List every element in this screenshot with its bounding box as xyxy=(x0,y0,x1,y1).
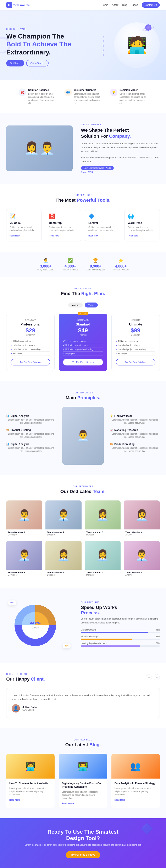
nav-links: Home About Blog Pages Contact Us xyxy=(102,2,160,8)
feature-icon-2: 💡 xyxy=(110,89,117,96)
blog-readmore-2[interactable]: Read More + xyxy=(114,799,127,801)
blog-img-0: 👩‍💻 xyxy=(6,754,55,779)
team-card-0: 👨‍💼 Team Member 1 Developer xyxy=(6,500,42,537)
plan-features-0: 1TB of secure storage Unlimited project … xyxy=(10,339,50,356)
principle-title-left-0: 📊 Digital Analysis xyxy=(6,414,56,417)
hero-get-in-touch-button[interactable]: Get In Touch ! xyxy=(26,60,49,66)
stat-num-2: 8,900+ xyxy=(86,264,105,269)
team-card-5: 👩‍💼 Team Member 6 Designer xyxy=(46,540,82,578)
team-role-6: Manager xyxy=(86,574,119,576)
principles-layout: 📊 Digital Analysis Lorem ipsum dolor sit… xyxy=(6,407,160,465)
plan-badge-1: Popular xyxy=(78,312,88,315)
tool-readmore-2[interactable]: Read Now xyxy=(88,235,99,237)
team-info-4: Team Member 5 Developer xyxy=(6,569,42,578)
blog-desc-0: Lorem ipsum dolor sit amet consectetur a… xyxy=(9,787,52,796)
principle-left-2: 📊 Digital Analysis Lorem ipsum dolor sit… xyxy=(6,443,56,453)
stat-icon-2: 🏆 xyxy=(86,258,105,263)
plan-price-2: $99 xyxy=(116,327,156,334)
feature-text-2: Decision Maker Lorem ipsum dolor sit ame… xyxy=(119,89,147,105)
principles-image: 👨‍💼 xyxy=(62,407,104,465)
speedup-chart-svg: 44.8% Growth xyxy=(6,598,64,652)
plan-price-1: $49 xyxy=(63,327,103,334)
team-img-6: 👩‍💼 xyxy=(85,540,121,569)
progress-label-1: Production Design 65% xyxy=(81,636,160,638)
team-name-0: Team Member 1 xyxy=(8,531,41,534)
feature-desc-2: Lorem ipsum dolor sit amet consectetur a… xyxy=(119,92,147,105)
team-title: Our Dedicated Team. xyxy=(6,489,160,494)
nav-pages[interactable]: Pages xyxy=(131,3,138,6)
feature-text-0: Solution Focused Lorem ipsum dolor sit a… xyxy=(28,89,56,105)
team-card-6: 👩‍💼 Team Member 7 Manager xyxy=(85,540,121,578)
stat-label-1: Tasks Completed xyxy=(62,269,78,271)
stat-label-0: Daily Active Users xyxy=(37,269,54,271)
stat-label-3: Positive Reviews xyxy=(113,269,129,271)
stats-row: 👨‍💼 3,000+ Daily Active Users ✅ 4,000+ T… xyxy=(0,252,166,277)
tool-readmore-0[interactable]: Read Now xyxy=(9,235,20,237)
testimonial-prev-button[interactable]: ← xyxy=(146,674,152,680)
plan-btn-1[interactable]: Try For Free 14 days xyxy=(63,359,103,366)
team-grid: 👨‍💼 Team Member 1 Developer 👨‍💼 Team Mem… xyxy=(6,500,160,578)
tool-name-2: Laravel xyxy=(88,221,117,224)
about-label: BEST SOFTWARE xyxy=(81,123,160,126)
progress-fill-0 xyxy=(81,632,148,633)
blog-title-0: How To Create A Perfect Website. xyxy=(9,782,52,785)
testimonials-title: Our Happy Client. xyxy=(6,677,45,682)
progress-fill-2 xyxy=(81,645,140,647)
tool-readmore-1[interactable]: Read Now xyxy=(49,235,59,237)
tool-name-1: Bootstrap xyxy=(49,221,78,224)
plan-btn-0[interactable]: Try For Free 14 days xyxy=(10,359,50,366)
plan-feature-2-0: 1TB of secure storage xyxy=(116,339,156,343)
team-card-2: 👩‍💼 Team Member 3 Manager xyxy=(85,500,121,537)
about-image: 👩‍💼👨‍💼 xyxy=(6,125,73,171)
nav-home[interactable]: Home xyxy=(102,3,108,6)
team-name-2: Team Member 3 xyxy=(86,531,119,534)
tool-desc-2: Cutting experiences and combined complex… xyxy=(88,226,117,232)
feature-icon-1: 👥 xyxy=(64,89,72,96)
blog-title-2: Data Analytics In Finance Strategy. xyxy=(114,782,157,785)
pricing-card-2: ULTIMATE Ultimate $99 / Monthly 1TB of s… xyxy=(111,314,160,371)
stat-icon-0: 👨‍💼 xyxy=(37,258,54,263)
speedup-content: OUR FEATURES Speed Up WorksProcess. Lore… xyxy=(81,601,160,649)
nav-about[interactable]: About xyxy=(112,3,118,6)
plan-feature-2-3: Employee xyxy=(116,351,156,356)
about-title: We Shape The Perfect Solution For Compan… xyxy=(81,127,160,139)
hero-text: BEST SOFTWARE We Champion The Bold To Ac… xyxy=(6,28,71,66)
features-row: 🎯 Solution Focused Lorem ipsum dolor sit… xyxy=(0,80,166,113)
pricing-monthly-tab[interactable]: Monthly xyxy=(68,303,83,308)
testimonial-next-button[interactable]: → xyxy=(154,674,160,680)
stat-3: ⭐ 4,000+ Positive Reviews xyxy=(113,258,129,271)
floating-card-12m: 12M xyxy=(63,644,71,648)
nav-contact-button[interactable]: Contact Us xyxy=(142,2,160,8)
svg-text:44.8%: 44.8% xyxy=(30,621,40,625)
hero-get-start-button[interactable]: Get Start ! xyxy=(6,60,24,66)
testimonial-nav: ← → xyxy=(146,674,160,680)
team-info-2: Team Member 3 Manager xyxy=(85,529,121,537)
team-name-1: Team Member 2 xyxy=(47,531,80,534)
testimonial-card: Lorem dolor sit at Chances are good that… xyxy=(6,688,160,718)
stat-num-1: 4,000+ xyxy=(62,264,78,269)
nav-blog[interactable]: Blog xyxy=(122,3,127,6)
stat-1: ✅ 4,000+ Tasks Completed xyxy=(62,258,78,271)
principles-label: OUR PRINCIPLES xyxy=(6,392,160,394)
team-name-6: Team Member 7 xyxy=(86,571,119,574)
pricing-section: PRICING PLAN Find The Right Plan. Monthl… xyxy=(0,277,166,381)
hero-buttons: Get Start ! Get In Touch ! xyxy=(6,60,71,66)
principles-center: 👨‍💼 xyxy=(62,407,104,465)
pricing-yearly-tab[interactable]: Yearly xyxy=(85,303,98,308)
plan-name-1: Standard xyxy=(63,322,103,326)
tool-readmore-3[interactable]: Read Now xyxy=(128,235,138,237)
hero-section: BEST SOFTWARE We Champion The Bold To Ac… xyxy=(0,10,166,80)
tool-card-1: 🅱️ Bootstrap Cutting experiences and com… xyxy=(46,209,81,242)
plan-btn-2[interactable]: Try For Free 14 days xyxy=(116,359,156,366)
principle-title-left-1: 🎨 Product Creating xyxy=(6,429,56,432)
team-label: OUR TEAMMATES xyxy=(6,485,160,488)
cta-button[interactable]: Try For Free 14 days xyxy=(66,851,101,858)
blog-readmore-0[interactable]: Read More + xyxy=(9,799,22,801)
principle-desc-right-0: Lorem ipsum dolor sit amet consectetur a… xyxy=(110,418,160,425)
plan-feature-2-1: Unlimited project stages xyxy=(116,343,156,347)
blog-readmore-1[interactable]: Read More + xyxy=(62,802,74,805)
stat-num-3: 4,000+ xyxy=(113,264,129,269)
tool-card-2: 🔷 Laravel Cutting experiences and combin… xyxy=(85,209,120,242)
progress-fill-1 xyxy=(81,639,132,640)
principles-title: Main Principles. xyxy=(6,395,160,400)
